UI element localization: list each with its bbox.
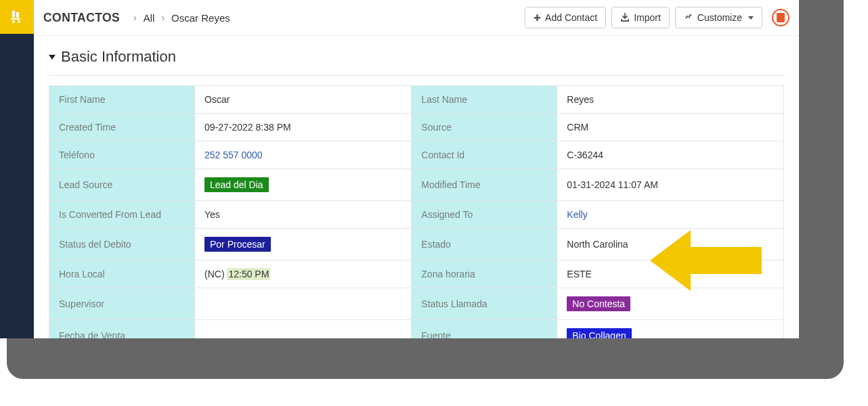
hora-local-time: 12:50 PM bbox=[227, 268, 270, 280]
field-label: Status del Debito bbox=[49, 229, 195, 261]
field-value[interactable]: Oscar bbox=[195, 86, 412, 114]
field-value[interactable]: Reyes bbox=[557, 86, 784, 114]
field-label: Modified Time bbox=[412, 169, 557, 201]
table-row: Lead Source Lead del Dia Modified Time 0… bbox=[49, 169, 784, 201]
field-label: Zona horaria bbox=[412, 261, 557, 288]
import-label: Import bbox=[634, 12, 661, 23]
svg-rect-2 bbox=[11, 18, 20, 20]
clipboard-icon bbox=[777, 13, 785, 22]
header-actions: Add Contact Import Customize bbox=[525, 7, 789, 28]
main-panel: CONTACTOS › All › Oscar Reyes Add Contac… bbox=[34, 0, 799, 338]
table-row: Hora Local (NC) 12:50 PM Zona horaria ES… bbox=[49, 261, 784, 288]
field-value[interactable]: Lead del Dia bbox=[195, 169, 412, 201]
table-row: Is Converted From Lead Yes Assigned To K… bbox=[49, 201, 784, 229]
field-label: First Name bbox=[49, 86, 195, 114]
field-value[interactable] bbox=[195, 320, 412, 339]
table-row: Created Time 09-27-2022 8:38 PM Source C… bbox=[49, 114, 784, 141]
phone-link[interactable]: 252 557 0000 bbox=[204, 150, 263, 160]
header: CONTACTOS › All › Oscar Reyes Add Contac… bbox=[34, 0, 799, 36]
customize-label: Customize bbox=[697, 12, 742, 23]
breadcrumb-current: Oscar Reyes bbox=[171, 12, 230, 24]
field-label: Is Converted From Lead bbox=[49, 201, 195, 229]
notification-badge[interactable] bbox=[772, 9, 789, 26]
field-label: Status Llamada bbox=[412, 288, 557, 320]
collapse-caret-icon bbox=[49, 55, 56, 60]
table-row: Fecha de Venta Fuente Bio Collagen bbox=[49, 320, 784, 339]
app-logo[interactable] bbox=[0, 0, 34, 34]
field-label: Lead Source bbox=[49, 169, 195, 201]
import-button[interactable]: Import bbox=[611, 7, 670, 28]
field-label: Estado bbox=[412, 229, 557, 261]
field-label: Hora Local bbox=[49, 261, 195, 288]
field-value[interactable]: ESTE bbox=[557, 261, 784, 288]
module-title[interactable]: CONTACTOS bbox=[43, 10, 120, 25]
breadcrumb-all[interactable]: All bbox=[144, 12, 155, 24]
section-title: Basic Information bbox=[61, 48, 176, 66]
svg-point-3 bbox=[12, 20, 15, 23]
svg-rect-0 bbox=[12, 11, 15, 18]
field-value[interactable]: Bio Collagen bbox=[557, 320, 784, 339]
status-debito-tag: Por Procesar bbox=[204, 237, 271, 252]
field-value[interactable]: No Contesta bbox=[557, 288, 784, 320]
status-llamada-tag: No Contesta bbox=[567, 296, 630, 311]
app-window: CONTACTOS › All › Oscar Reyes Add Contac… bbox=[0, 0, 799, 338]
field-value[interactable]: 252 557 0000 bbox=[195, 141, 412, 169]
table-row: Status del Debito Por Procesar Estado No… bbox=[49, 229, 784, 261]
field-value[interactable]: Por Procesar bbox=[195, 229, 412, 261]
cart-icon bbox=[8, 8, 26, 26]
lead-source-tag: Lead del Dia bbox=[204, 177, 269, 192]
field-value[interactable]: 09-27-2022 8:38 PM bbox=[195, 114, 412, 141]
field-label: Contact Id bbox=[412, 141, 557, 169]
add-contact-label: Add Contact bbox=[545, 12, 597, 23]
wrench-icon bbox=[684, 13, 693, 22]
breadcrumb: CONTACTOS › All › Oscar Reyes bbox=[43, 10, 525, 25]
svg-rect-1 bbox=[16, 12, 19, 18]
basic-info-table: First Name Oscar Last Name Reyes Created… bbox=[49, 85, 784, 338]
table-row: Teléfono 252 557 0000 Contact Id C-36244 bbox=[49, 141, 784, 169]
add-contact-button[interactable]: Add Contact bbox=[525, 7, 606, 28]
field-value[interactable]: CRM bbox=[557, 114, 784, 141]
assigned-to-link[interactable]: Kelly bbox=[567, 209, 587, 220]
chevron-right-icon: › bbox=[133, 12, 137, 23]
content-area: Basic Information First Name Oscar Last … bbox=[34, 36, 799, 338]
field-value[interactable]: North Carolina bbox=[557, 229, 784, 261]
field-value[interactable]: C-36244 bbox=[557, 141, 784, 169]
field-value[interactable]: (NC) 12:50 PM bbox=[195, 261, 412, 288]
field-value[interactable] bbox=[195, 288, 412, 320]
customize-button[interactable]: Customize bbox=[675, 7, 762, 28]
sidebar bbox=[0, 0, 34, 338]
field-label: Assigned To bbox=[412, 201, 557, 229]
svg-point-4 bbox=[18, 20, 20, 23]
field-label: Fecha de Venta bbox=[49, 320, 195, 339]
field-label: Source bbox=[412, 114, 557, 141]
section-header[interactable]: Basic Information bbox=[49, 43, 784, 76]
field-label: Created Time bbox=[49, 114, 195, 141]
plus-icon bbox=[534, 12, 541, 23]
field-label: Last Name bbox=[412, 86, 557, 114]
field-label: Supervisor bbox=[49, 288, 195, 320]
caret-down-icon bbox=[748, 16, 754, 20]
field-value[interactable]: Kelly bbox=[557, 201, 784, 229]
import-icon bbox=[620, 13, 630, 22]
field-label: Fuente bbox=[412, 320, 557, 339]
table-row: Supervisor Status Llamada No Contesta bbox=[49, 288, 784, 320]
field-value[interactable]: Yes bbox=[195, 201, 412, 229]
table-row: First Name Oscar Last Name Reyes bbox=[49, 86, 784, 114]
chevron-right-icon: › bbox=[161, 12, 165, 23]
field-value[interactable]: 01-31-2024 11:07 AM bbox=[557, 169, 784, 201]
fuente-tag: Bio Collagen bbox=[567, 328, 631, 338]
field-label: Teléfono bbox=[49, 141, 195, 169]
hora-local-prefix: (NC) bbox=[204, 269, 227, 279]
